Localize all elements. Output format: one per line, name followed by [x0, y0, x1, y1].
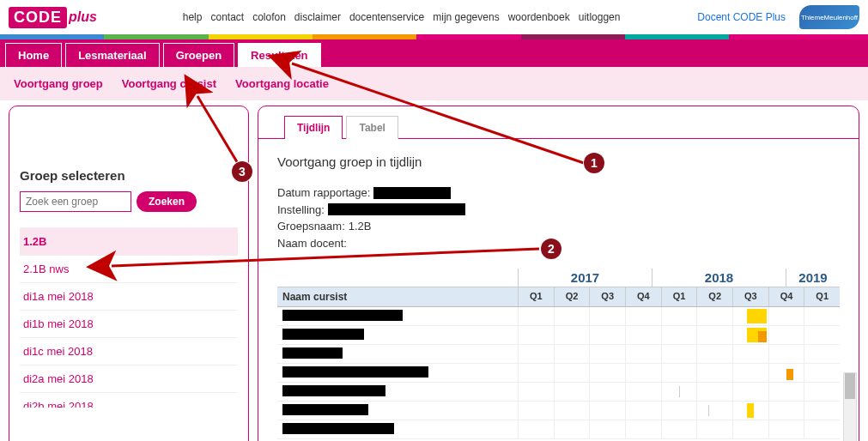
timeline-cell — [804, 326, 840, 344]
redacted — [328, 203, 465, 215]
scrollbar[interactable] — [843, 372, 857, 441]
thieme-logo: ThiemeMeulenhoff — [799, 5, 859, 29]
year-2017: 2017 — [518, 269, 652, 287]
detail-title: Voortgang groep in tijdlijn — [277, 154, 840, 169]
timeline-cell — [661, 383, 697, 401]
meta-group-value: 1.2B — [349, 218, 372, 235]
timeline-cell — [661, 402, 697, 420]
progress-bar — [786, 369, 793, 380]
nav-docentenservice[interactable]: docentenservice — [349, 11, 424, 23]
viewtab-tijdlijn[interactable]: Tijdlijn — [284, 116, 343, 139]
subtab-voortgang-cursist[interactable]: Voortgang cursist — [115, 74, 223, 94]
subtab-voortgang-groep[interactable]: Voortgang groep — [7, 74, 110, 94]
timeline-years: 2017 2018 2019 — [277, 269, 840, 287]
timeline-cell — [625, 383, 661, 401]
tab-lesmateriaal[interactable]: Lesmateriaal — [65, 43, 160, 67]
q-label: Q4 — [768, 287, 804, 306]
redacted — [282, 385, 385, 396]
q-label: Q3 — [589, 287, 625, 306]
meta-inst-label: Instelling: — [277, 202, 325, 219]
tab-groepen[interactable]: Groepen — [163, 43, 234, 67]
timeline-cell — [696, 383, 732, 401]
progress-bar — [708, 405, 709, 416]
timeline-cell — [554, 345, 590, 363]
group-item[interactable]: di1a mei 2018 — [20, 283, 238, 311]
group-header: Groep selecteren — [20, 168, 238, 183]
timeline-cell — [661, 326, 697, 344]
timeline-cell — [589, 307, 625, 325]
group-item[interactable]: di1b mei 2018 — [20, 311, 238, 338]
timeline-row — [277, 383, 840, 402]
timeline-cell — [696, 345, 732, 363]
subtab-voortgang-locatie[interactable]: Voortgang locatie — [228, 74, 336, 94]
timeline-row — [277, 420, 840, 439]
group-item[interactable]: di2b mei 2018 — [20, 393, 238, 408]
timeline-cell — [768, 364, 804, 382]
timeline-cell — [625, 345, 661, 363]
logo-text: CODE — [9, 7, 67, 28]
timeline-cell — [661, 364, 697, 382]
top-nav: help contact colofon disclaimer docenten… — [112, 11, 690, 23]
timeline-row — [277, 307, 840, 326]
group-item[interactable]: 1.2B — [20, 228, 238, 256]
docent-link[interactable]: Docent CODE Plus — [697, 11, 786, 23]
timeline-cell — [589, 364, 625, 382]
redacted — [282, 366, 428, 378]
nav-mijngegevens[interactable]: mijn gegevens — [433, 11, 499, 23]
group-item[interactable]: di1c mei 2018 — [20, 338, 238, 365]
progress-bar — [679, 386, 680, 397]
nav-contact[interactable]: contact — [210, 11, 244, 23]
nav-disclaimer[interactable]: disclaimer — [294, 11, 341, 23]
search-button[interactable]: Zoeken — [137, 191, 197, 212]
sub-tabs: Voortgang groep Voortgang cursist Voortg… — [0, 67, 868, 100]
timeline-cell — [518, 307, 554, 325]
nav-uitloggen[interactable]: uitloggen — [579, 11, 621, 23]
timeline-cell — [661, 307, 697, 325]
tab-resultaten[interactable]: Resultaten — [238, 43, 320, 67]
timeline-cell — [732, 402, 768, 420]
q-label: Q1 — [804, 287, 840, 306]
timeline-cell — [696, 307, 732, 325]
search-input[interactable] — [20, 191, 131, 212]
timeline-cell — [518, 345, 554, 363]
group-item[interactable]: 2.1B nws — [20, 256, 238, 283]
q-label: Q2 — [696, 287, 732, 306]
timeline-cell — [554, 364, 590, 382]
timeline: 2017 2018 2019 Naam cursist Q1 Q2 Q3 Q4 … — [277, 269, 840, 439]
timeline-cell — [768, 402, 804, 420]
timeline-cell — [732, 326, 768, 344]
nav-help[interactable]: help — [183, 11, 203, 23]
timeline-cell — [804, 383, 840, 401]
detail-body: Voortgang groep in tijdlijn Datum rappor… — [258, 139, 859, 441]
viewtab-tabel[interactable]: Tabel — [346, 116, 398, 139]
timeline-row — [277, 326, 840, 345]
timeline-cell — [518, 402, 554, 420]
annotation-marker-2: 2 — [541, 239, 561, 259]
timeline-cell — [518, 383, 554, 401]
q-label: Q4 — [625, 287, 661, 306]
timeline-cell — [804, 364, 840, 382]
timeline-cell — [768, 326, 804, 344]
name-header: Naam cursist — [277, 287, 518, 306]
timeline-cell — [804, 345, 840, 363]
timeline-cell — [589, 345, 625, 363]
timeline-header: Naam cursist Q1 Q2 Q3 Q4 Q1 Q2 Q3 Q4 Q1 — [277, 287, 840, 307]
meta-date: Datum rapportage: — [277, 184, 840, 202]
nav-woordenboek[interactable]: woordenboek — [508, 11, 570, 23]
group-panel: Groep selecteren Zoeken 1.2B 2.1B nws di… — [9, 106, 249, 441]
redacted — [282, 347, 343, 359]
redacted — [282, 423, 394, 434]
search-row: Zoeken — [20, 191, 238, 212]
timeline-cell — [589, 420, 625, 438]
group-item[interactable]: di2a mei 2018 — [20, 365, 238, 393]
timeline-cell — [625, 326, 661, 344]
timeline-cell — [732, 420, 768, 438]
content: Groep selecteren Zoeken 1.2B 2.1B nws di… — [0, 100, 868, 441]
annotation-marker-3: 3 — [232, 161, 252, 182]
tab-home[interactable]: Home — [5, 43, 62, 67]
nav-colofon[interactable]: colofon — [252, 11, 286, 23]
timeline-cell — [518, 326, 554, 344]
thieme-logo-label: ThiemeMeulenhoff — [801, 14, 858, 21]
group-list[interactable]: 1.2B 2.1B nws di1a mei 2018 di1b mei 201… — [20, 227, 238, 408]
timeline-cell — [804, 402, 840, 420]
